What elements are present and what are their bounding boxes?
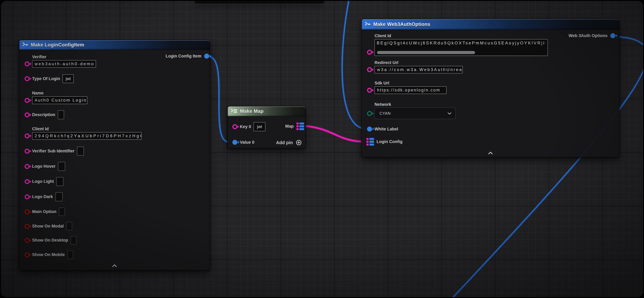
node-make-web3authoptions[interactable]: Make Web3AuthOptions Web 3Auth Options C… [362, 19, 619, 158]
pin-web3auth-options-out[interactable] [610, 33, 615, 38]
key-0-field[interactable]: jwt [254, 122, 266, 131]
pin-network[interactable] [367, 111, 372, 116]
field-scrollbar[interactable] [377, 51, 475, 54]
node-make-loginconfigitem[interactable]: Make LoginConfigItem Login Config Item V… [19, 40, 210, 270]
collapse-toggle[interactable] [19, 264, 210, 267]
collapse-toggle[interactable] [362, 152, 619, 154]
pin-login-config[interactable] [366, 138, 374, 146]
make-struct-icon [22, 42, 29, 48]
pin-logo-dark[interactable] [25, 194, 30, 199]
add-pin-icon[interactable] [296, 140, 302, 146]
chevron-up-icon [487, 152, 494, 154]
node-title: Make LoginConfigItem [31, 42, 84, 48]
logo-dark-field[interactable] [56, 192, 63, 201]
node-header[interactable]: Make Web3AuthOptions [362, 19, 619, 30]
pin-client-id[interactable] [25, 134, 30, 138]
pin-type-of-login[interactable] [25, 76, 30, 81]
pin-description[interactable] [25, 112, 30, 117]
pin-show-on-mobile[interactable] [25, 252, 30, 257]
pin-key-0[interactable] [232, 124, 237, 129]
offscreen-node-fragment[interactable] [194, 1, 324, 4]
show-on-mobile-checkbox[interactable] [67, 250, 73, 259]
name-field[interactable]: Auth0 Custom Login [32, 96, 87, 104]
sdk-url-field[interactable]: https://sdk.openlogin.com [374, 86, 446, 94]
add-pin-button[interactable]: Add pin [276, 140, 302, 146]
output-web3auth-options: Web 3Auth Options [568, 33, 615, 38]
client-id-field[interactable]: BEglQSgt4cUWcj6SKRdu5QkOXTsePmMcusG5EAoy… [374, 39, 548, 56]
output-map: Map [285, 122, 304, 130]
logo-light-field[interactable] [56, 177, 64, 186]
pin-client-id[interactable] [367, 50, 372, 55]
pin-redirect-url[interactable] [367, 67, 372, 72]
chevron-down-icon [448, 112, 452, 115]
output-login-config-item: Login Config Item [166, 54, 209, 58]
verifier-field[interactable]: web3auth-auth0-demo [32, 60, 96, 68]
main-option-checkbox[interactable] [59, 208, 65, 216]
pin-verifier[interactable] [25, 62, 30, 66]
node-make-map[interactable]: Make Map Key 0 jwt Value 0 Map Add pin [228, 106, 306, 148]
pin-logo-light[interactable] [25, 179, 30, 184]
pin-show-on-desktop[interactable] [25, 238, 30, 243]
chevron-up-icon [112, 264, 118, 267]
pin-main-option[interactable] [25, 209, 30, 214]
pin-login-config-item-out[interactable] [204, 54, 209, 58]
pin-name[interactable] [25, 98, 30, 103]
node-title: Make Map [240, 108, 264, 114]
verifier-sub-identifier-field[interactable] [77, 147, 84, 156]
make-map-icon [230, 108, 238, 114]
network-dropdown[interactable]: CYAN [374, 108, 456, 119]
make-struct-icon [364, 22, 371, 27]
wire-map-to-loginconfig-glow [305, 126, 366, 142]
node-title: Make Web3AuthOptions [373, 22, 430, 27]
map-pin[interactable] [296, 122, 304, 130]
pin-logo-hover[interactable] [25, 164, 30, 169]
node-header[interactable]: Make Map [228, 106, 305, 116]
pin-value-0[interactable] [232, 140, 237, 145]
pin-show-on-modal[interactable] [25, 224, 30, 229]
pin-white-label[interactable] [367, 126, 372, 132]
show-on-desktop-checkbox[interactable] [70, 236, 76, 244]
node-header[interactable]: Make LoginConfigItem [19, 40, 210, 50]
client-id-field[interactable]: 294QRkchfq2YaXUbPri7D6PH7xzHgQMT [32, 132, 142, 140]
description-field[interactable] [58, 110, 64, 119]
pin-verifier-sub-identifier[interactable] [25, 149, 30, 154]
redirect-url-field[interactable]: w3a://com.w3a.Web3AuthUnreal [374, 66, 463, 74]
type-of-login-field[interactable]: jwt [62, 74, 74, 83]
logo-hover-field[interactable] [58, 162, 65, 171]
blueprint-canvas[interactable]: Make LoginConfigItem Login Config Item V… [1, 1, 643, 297]
pin-sdk-url[interactable] [367, 88, 372, 93]
show-on-modal-checkbox[interactable] [66, 222, 72, 230]
